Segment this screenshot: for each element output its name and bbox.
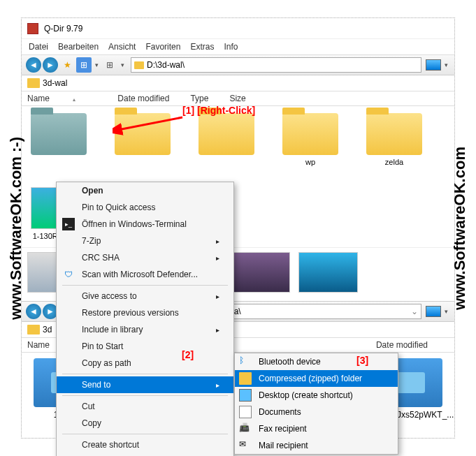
folder-icon [282,113,338,155]
annotation-1: [1] [Right-Click] [182,105,255,116]
folder-label: zelda [385,158,403,166]
monitor-dropdown-icon[interactable]: ▾ [442,61,450,68]
chevron-right-icon: ▸ [216,326,219,334]
menu-bar: Datei Bearbeiten Ansicht Favoriten Extra… [22,39,454,54]
favorites-button[interactable]: ★ [59,57,75,73]
chevron-right-icon: ▸ [216,237,219,245]
watermark-right: www.SoftwareOK.com [451,147,469,310]
nav-back-button[interactable]: ◄ [26,304,41,319]
folder-label: wp [305,158,315,166]
folder-icon [27,78,40,88]
terminal-icon: ▸_ [62,218,75,230]
cm-delete[interactable]: Delete [57,453,233,456]
cm-include-library[interactable]: Include in library▸ [57,321,233,338]
documents-icon [239,406,252,418]
bluetooth-icon: ᛒ [239,355,252,368]
sm-bluetooth[interactable]: ᛒBluetooth device [235,353,398,370]
breadcrumb: 3d-wal [22,75,454,91]
chevron-right-icon: ▸ [216,293,219,300]
folder-item[interactable] [195,113,258,166]
cm-pin-quick-access[interactable]: Pin to Quick access [57,199,233,216]
image-thumbnail[interactable] [231,252,290,293]
folder-icon [134,61,144,69]
col-date[interactable]: Date modified [376,340,449,350]
menu-extras[interactable]: Extras [190,42,214,52]
folder-icon [31,113,87,155]
folder-item-zelda[interactable]: zelda [363,113,426,166]
col-type[interactable]: Type [190,94,229,103]
apps-button[interactable]: ⊞ [102,57,117,73]
col-name[interactable]: Name ▴ [27,94,117,103]
folder-icon [366,113,422,155]
shield-icon: 🛡 [62,268,75,281]
separator [62,434,228,434]
image-thumbnail[interactable] [298,252,358,293]
cm-open[interactable]: Open [57,182,233,199]
menu-favoriten[interactable]: Favoriten [145,42,180,52]
apps-dropdown-icon[interactable]: ▾ [119,61,127,68]
col-size[interactable]: Size [229,94,266,103]
cm-copy[interactable]: Copy [57,415,233,432]
nav-forward-button[interactable]: ► [43,57,58,73]
arrow-annotation-icon [113,115,189,135]
cm-pin-start[interactable]: Pin to Start [57,338,233,355]
menu-datei[interactable]: Datei [29,42,48,52]
fax-icon: 📠 [239,422,252,435]
cm-crc-sha[interactable]: CRC SHA▸ [57,249,233,266]
folder-item-selected[interactable] [27,113,90,166]
chevron-right-icon: ▸ [216,381,219,389]
nav-back-button[interactable]: ◄ [26,57,41,73]
annotation-3: [3] [356,355,368,366]
menu-ansicht[interactable]: Ansicht [108,42,136,52]
cm-open-terminal[interactable]: ▸_Öffnen in Windows-Terminal [57,216,233,233]
monitor-icon[interactable] [426,59,441,71]
cm-7zip[interactable]: 7-Zip▸ [57,233,233,249]
toolbar: ◄ ► ★ ⊞ ▾ ⊞ ▾ D:\3d-wal\ ▾ [22,54,454,75]
cm-cut[interactable]: Cut [57,398,233,415]
folder-icon [199,113,254,155]
sm-mail[interactable]: ✉Mail recipient [235,437,398,454]
lower-address-bar[interactable]: da\ ⌄ [213,304,421,319]
cm-send-to[interactable]: Send to▸ [57,376,233,393]
sendto-submenu: ᛒBluetooth device Compressed (zipped) fo… [234,353,398,455]
sm-documents[interactable]: Documents [235,404,398,420]
monitor-icon[interactable] [426,306,441,317]
folder-icon [27,325,40,334]
address-path: D:\3d-wal\ [147,60,185,70]
lower-breadcrumb-label[interactable]: 3d [43,325,52,334]
breadcrumb-label[interactable]: 3d-wal [43,78,67,88]
separator [62,285,228,286]
menu-info[interactable]: Info [224,42,238,52]
col-date[interactable]: Date modified [117,94,190,103]
views-dropdown-icon[interactable]: ▾ [93,61,101,68]
cm-defender[interactable]: 🛡Scan with Microsoft Defender... [57,266,233,283]
menu-bearbeiten[interactable]: Bearbeiten [58,42,99,52]
desktop-icon [239,389,252,402]
svg-line-0 [118,117,182,130]
views-button[interactable]: ⊞ [76,57,92,73]
watermark-left: www.SoftwareOK.com :-) [7,137,25,320]
address-bar[interactable]: D:\3d-wal\ [131,57,421,73]
zip-folder-icon [239,372,252,385]
title-bar: Q-Dir 9.79 [22,18,454,39]
folder-item-wp[interactable]: wp [279,113,342,166]
annotation-2: [2] [182,349,194,360]
mail-icon: ✉ [239,439,252,452]
context-menu: Open Pin to Quick access ▸_Öffnen in Win… [56,182,234,456]
column-headers: Name ▴ Date modified Type Size [22,91,454,106]
chevron-right-icon: ▸ [216,254,219,262]
sm-fax[interactable]: 📠Fax recipient [235,420,398,437]
dropdown-icon[interactable]: ⌄ [411,307,418,316]
cm-copy-path[interactable]: Copy as path [57,355,233,372]
sm-compressed-folder[interactable]: Compressed (zipped) folder [235,370,398,387]
monitor-dropdown-icon[interactable]: ▾ [442,308,450,315]
separator [62,395,228,396]
cm-restore-versions[interactable]: Restore previous versions [57,304,233,321]
sm-desktop-shortcut[interactable]: Desktop (create shortcut) [235,387,398,404]
separator [62,374,228,374]
cm-give-access[interactable]: Give access to▸ [57,288,233,304]
window-title: Q-Dir 9.79 [44,24,82,34]
app-icon [27,23,38,34]
cm-create-shortcut[interactable]: Create shortcut [57,436,233,453]
